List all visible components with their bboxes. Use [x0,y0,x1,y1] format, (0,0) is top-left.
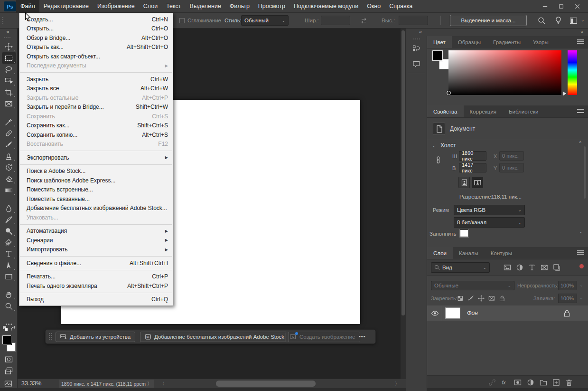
link-dimensions-icon[interactable] [434,156,442,164]
antialias-checkbox[interactable] [179,18,185,23]
file-menu-item[interactable]: Экспортировать▶ [19,153,173,162]
eyedropper-tool[interactable] [2,116,16,127]
adobe-stock-free-images-button[interactable]: St Добавление бесплатных изображений Ado… [140,332,289,342]
gradient-tool[interactable] [2,184,16,196]
bulb-icon[interactable] [554,16,562,24]
landscape-orientation-button[interactable] [472,177,483,188]
tab-Коррекция[interactable]: Коррекция [464,105,503,117]
brush-tool[interactable] [2,139,16,150]
portrait-orientation-button[interactable] [458,177,470,188]
path-select-tool[interactable] [2,259,16,271]
zoom-tool[interactable] [2,300,16,312]
link-chain-icon[interactable] [487,377,497,388]
healing-tool[interactable] [2,127,16,139]
canvas-height-field[interactable]: 1417 пикс [459,163,486,172]
plus-square-icon[interactable] [551,377,561,388]
half-circle-icon[interactable] [514,262,525,273]
height-input[interactable] [399,16,428,25]
color-picker-handle[interactable] [447,91,451,95]
object-select-tool[interactable] [2,75,16,86]
quick-mask-icon[interactable] [5,355,13,363]
file-menu-item[interactable]: Создать...Ctrl+N [19,15,173,24]
move-icon[interactable] [476,294,485,303]
file-menu-item[interactable]: Автоматизация▶ [19,227,173,236]
workspace-icon[interactable] [569,17,578,25]
style-select[interactable]: Обычный ⌄ [241,15,289,26]
half-circle-icon[interactable] [525,377,536,388]
select-and-mask-button[interactable]: Выделение и маска... [450,15,527,26]
menubar-item[interactable]: Подключаемые модули [289,0,363,13]
file-menu-item[interactable]: Добавление бесплатных изображений Adobe … [19,204,173,213]
move-tool[interactable] [2,41,16,52]
comments-panel-icon[interactable] [411,57,423,70]
frame-tool[interactable] [2,98,16,109]
file-menu-item[interactable]: Сохранить копию...Alt+Ctrl+S [19,130,173,140]
properties-scrollbar-thumb[interactable] [584,146,586,199]
panel-menu-icon[interactable] [577,109,584,113]
taskbar-drag-handle[interactable] [49,333,53,340]
tab-Образцы[interactable]: Образцы [452,36,487,48]
checker-icon[interactable] [456,294,465,303]
add-from-device-button[interactable]: Добавить из устройства [56,332,135,342]
bit-depth-select[interactable]: 8 бит/канал ⌄ [454,217,525,228]
minimize-button[interactable] [537,0,553,13]
hand-tool[interactable] [2,289,16,300]
layer-lock-icon[interactable] [563,309,571,317]
menubar-item[interactable]: Слои [139,0,162,13]
pen-tool[interactable] [2,237,16,248]
lock-icon[interactable] [497,294,506,303]
file-menu-item[interactable]: Сведения о файле...Alt+Shift+Ctrl+I [19,258,173,268]
stamp-tool[interactable] [2,150,16,162]
foreground-color-swatch[interactable] [432,50,443,61]
scroll-right-arrow[interactable]: 〉 [395,381,400,387]
canvas-width-field[interactable]: 1890 пикс [459,151,486,161]
tab-Свойства[interactable]: Свойства [427,105,464,117]
smudge-tool[interactable] [2,214,16,225]
type-icon[interactable] [527,262,537,273]
menubar-item[interactable]: Файл [16,0,39,13]
collapse-right-icon[interactable]: » [580,29,583,35]
vertical-scrollbar[interactable] [401,29,406,379]
collapse-left-icon[interactable]: « [419,29,422,35]
collapse-section-icon[interactable]: ⌄ [432,143,436,148]
history-brush-tool[interactable] [2,162,16,173]
type-tool[interactable] [2,248,16,259]
layer-thumbnail[interactable] [445,307,460,319]
layer-visibility-eye-icon[interactable] [431,309,439,317]
frame-icon[interactable] [487,294,496,303]
file-menu-item[interactable]: Поместить встроенные... [19,185,173,195]
layers-image-icon[interactable] [502,262,513,273]
hue-slider[interactable] [568,50,577,95]
close-button[interactable] [569,0,585,13]
document-info[interactable]: 1890 пикс. x 1417 пикс. (118,11 ppcm 〉 [59,380,154,388]
file-menu-item[interactable]: Закрыть всеAlt+Ctrl+W [19,84,173,94]
menubar-item[interactable]: Редактирование [39,0,93,13]
tab-Градиенты[interactable]: Градиенты [487,36,527,48]
brush-icon[interactable] [466,294,475,303]
menubar-item[interactable]: Просмотр [254,0,289,13]
tab-Слои[interactable]: Слои [427,247,453,259]
frame-icon[interactable] [539,262,550,273]
mask-icon[interactable] [513,377,523,388]
file-menu-item[interactable]: Открыть как смарт-объект... [19,52,173,61]
horizontal-scrollbar-thumb[interactable] [216,381,316,387]
file-menu-item[interactable]: ЗакрытьCtrl+W [19,75,173,84]
tab-Узоры[interactable]: Узоры [527,36,555,48]
tab-Каналы[interactable]: Каналы [453,247,485,259]
color-mode-select[interactable]: Цвета RGB ⌄ [454,205,525,215]
trash-icon[interactable] [564,377,574,388]
saturation-brightness-field[interactable] [448,50,561,95]
file-menu-item[interactable]: Сценарии▶ [19,236,173,245]
file-menu-item[interactable]: Импортировать▶ [19,245,173,255]
hue-slider-handle[interactable] [563,92,566,95]
home-screen-icon[interactable] [4,380,12,388]
panel-menu-icon[interactable] [577,39,584,44]
fx-icon[interactable]: fx [500,377,510,388]
tab-Контуры[interactable]: Контуры [485,247,518,259]
foreground-color-swatch[interactable] [2,335,11,344]
folder-icon[interactable] [538,377,549,388]
eraser-tool[interactable] [2,173,16,184]
layer-filter-select[interactable]: Вид ⌄ [431,262,490,273]
menubar-item[interactable]: Окно [363,0,385,13]
layer-name[interactable]: Фон [467,310,478,316]
